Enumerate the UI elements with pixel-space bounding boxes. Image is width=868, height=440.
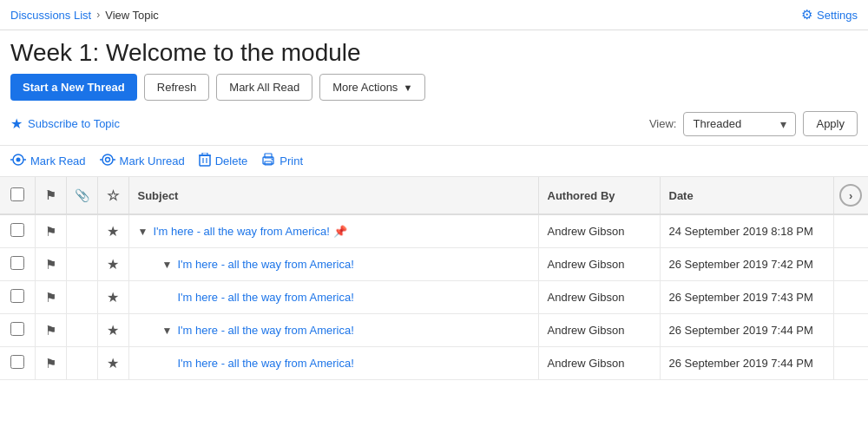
- delete-label: Delete: [215, 154, 248, 167]
- star-icon[interactable]: ★: [107, 257, 119, 272]
- star-icon[interactable]: ★: [107, 224, 119, 239]
- row-nav-cell: [833, 214, 868, 248]
- row-check-cell: [0, 248, 35, 281]
- view-selected-value: Threaded: [693, 117, 741, 130]
- row-star-cell: ★: [97, 314, 128, 347]
- row-author-cell: Andrew Gibson: [538, 214, 660, 248]
- col-header-check: [0, 177, 35, 214]
- refresh-button[interactable]: Refresh: [144, 74, 210, 101]
- mark-unread-action[interactable]: Mark Unread: [100, 154, 185, 168]
- row-subject-cell: I'm here - all the way from America!: [128, 347, 538, 380]
- row-check-cell: [0, 281, 35, 314]
- row-subject-cell: ▼ I'm here - all the way from America!: [128, 314, 538, 347]
- svg-point-16: [272, 159, 273, 161]
- star-icon[interactable]: ★: [107, 323, 119, 338]
- expand-triangle-icon[interactable]: ▼: [162, 325, 174, 337]
- settings-link[interactable]: ⚙ Settings: [801, 7, 858, 23]
- row-attach-cell: [66, 281, 97, 314]
- row-flag-cell: ⚑: [35, 281, 66, 314]
- table-row: ⚑ ★ ▼ I'm here - all the way from Americ…: [0, 248, 868, 281]
- row-nav-cell: [833, 248, 868, 281]
- mark-all-read-button[interactable]: Mark All Read: [216, 74, 312, 101]
- row-subject-cell: I'm here - all the way from America!: [128, 281, 538, 314]
- table-row: ⚑ ★ ▼ I'm here - all the way from Americ…: [0, 214, 868, 248]
- view-control: View: Threaded ▾ Apply: [649, 111, 858, 136]
- row-star-cell: ★: [97, 214, 128, 248]
- col-header-subject: Subject: [128, 177, 538, 214]
- subject-link[interactable]: I'm here - all the way from America! 📌: [154, 225, 347, 238]
- view-label: View:: [649, 117, 677, 130]
- print-action[interactable]: Print: [261, 153, 303, 169]
- row-checkbox[interactable]: [10, 355, 24, 369]
- table-row: ⚑ ★ I'm here - all the way from America!…: [0, 281, 868, 314]
- row-author-cell: Andrew Gibson: [538, 314, 660, 347]
- table-row: ⚑ ★ I'm here - all the way from America!…: [0, 347, 868, 380]
- toolbar: Start a New Thread Refresh Mark All Read…: [0, 74, 868, 109]
- more-actions-arrow-icon: ▼: [403, 82, 412, 93]
- row-nav-cell: [833, 347, 868, 380]
- mark-read-action[interactable]: Mark Read: [10, 154, 86, 168]
- more-actions-button[interactable]: More Actions ▼: [319, 74, 425, 101]
- row-date-cell: 26 September 2019 7:44 PM: [660, 314, 833, 347]
- subject-link[interactable]: I'm here - all the way from America!: [178, 258, 354, 271]
- row-attach-cell: [66, 248, 97, 281]
- row-date-cell: 26 September 2019 7:44 PM: [660, 347, 833, 380]
- more-actions-label: More Actions: [332, 81, 398, 94]
- row-flag-cell: ⚑: [35, 314, 66, 347]
- apply-button[interactable]: Apply: [803, 111, 858, 136]
- chevron-down-icon: ▾: [780, 117, 786, 131]
- print-label: Print: [279, 154, 303, 167]
- star-icon[interactable]: ★: [107, 290, 119, 305]
- top-nav: Discussions List › View Topic ⚙ Settings: [0, 0, 868, 30]
- row-date-cell: 26 September 2019 7:43 PM: [660, 281, 833, 314]
- svg-rect-8: [200, 155, 210, 166]
- star-icon[interactable]: ★: [107, 356, 119, 371]
- subject-link[interactable]: I'm here - all the way from America!: [178, 291, 354, 304]
- flag-icon[interactable]: ⚑: [45, 356, 56, 371]
- gear-icon: ⚙: [801, 7, 812, 23]
- trash-icon: [199, 153, 211, 169]
- mark-read-label: Mark Read: [30, 154, 86, 167]
- row-checkbox[interactable]: [10, 289, 24, 303]
- row-attach-cell: [66, 347, 97, 380]
- table-row: ⚑ ★ ▼ I'm here - all the way from Americ…: [0, 314, 868, 347]
- row-date-cell: 24 September 2019 8:18 PM: [660, 214, 833, 248]
- expand-triangle-icon[interactable]: ▼: [162, 259, 174, 271]
- row-checkbox[interactable]: [10, 256, 24, 270]
- mark-read-icon: [10, 154, 26, 168]
- row-check-cell: [0, 214, 35, 248]
- row-subject-cell: ▼ I'm here - all the way from America! 📌: [128, 214, 538, 248]
- row-attach-cell: [66, 314, 97, 347]
- star-header-icon: ☆: [107, 188, 119, 203]
- flag-header-icon: ⚑: [45, 188, 56, 202]
- select-all-checkbox[interactable]: [10, 187, 24, 201]
- view-dropdown[interactable]: Threaded ▾: [683, 112, 796, 136]
- row-nav-cell: [833, 314, 868, 347]
- delete-action[interactable]: Delete: [199, 153, 248, 169]
- col-header-star: ☆: [97, 177, 128, 214]
- flag-icon[interactable]: ⚑: [45, 290, 56, 305]
- row-check-cell: [0, 314, 35, 347]
- flag-icon[interactable]: ⚑: [45, 257, 56, 272]
- row-check-cell: [0, 347, 35, 380]
- expand-triangle-icon[interactable]: ▼: [138, 226, 150, 238]
- row-flag-cell: ⚑: [35, 347, 66, 380]
- row-flag-cell: ⚑: [35, 248, 66, 281]
- row-checkbox[interactable]: [10, 223, 24, 237]
- nav-circle-header[interactable]: ›: [839, 184, 862, 207]
- row-checkbox[interactable]: [10, 322, 24, 336]
- col-header-flag: ⚑: [35, 177, 66, 214]
- row-author-cell: Andrew Gibson: [538, 248, 660, 281]
- flag-icon[interactable]: ⚑: [45, 323, 56, 338]
- subscribe-to-topic-link[interactable]: Subscribe to Topic: [28, 117, 120, 130]
- col-header-date: Date: [660, 177, 833, 214]
- row-flag-cell: ⚑: [35, 214, 66, 248]
- svg-point-5: [105, 158, 109, 162]
- subject-link[interactable]: I'm here - all the way from America!: [178, 357, 354, 370]
- printer-icon: [261, 153, 275, 169]
- svg-point-1: [16, 158, 21, 162]
- discussions-list-link[interactable]: Discussions List: [10, 9, 91, 22]
- flag-icon[interactable]: ⚑: [45, 224, 56, 239]
- subject-link[interactable]: I'm here - all the way from America!: [178, 324, 354, 337]
- start-new-thread-button[interactable]: Start a New Thread: [10, 74, 137, 101]
